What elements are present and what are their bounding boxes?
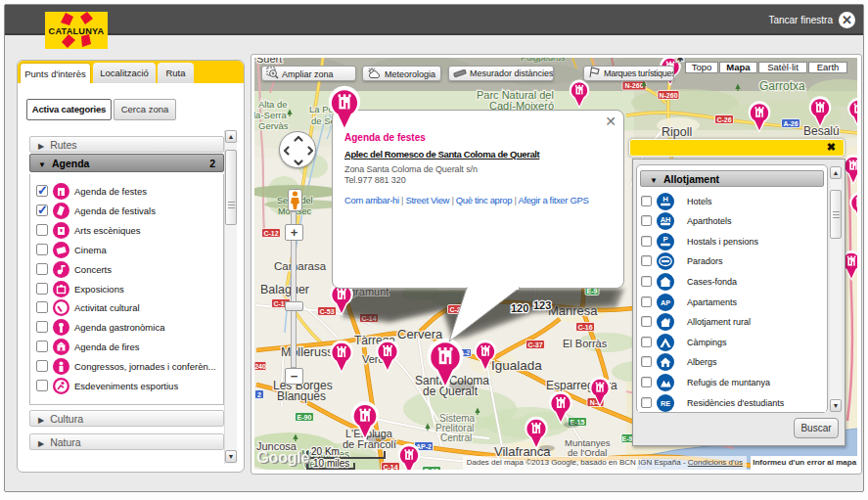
svg-text:Cervera: Cervera (397, 327, 443, 341)
svg-text:E-90: E-90 (297, 414, 312, 421)
svg-text:Igualada: Igualada (491, 358, 542, 373)
svg-text:Ripoll: Ripoll (662, 125, 692, 139)
svg-text:E-90: E-90 (425, 468, 439, 470)
svg-text:20 Km: 20 Km (311, 446, 340, 457)
svg-text:Camarasa: Camarasa (274, 260, 327, 272)
svg-text:Balaguer: Balaguer (260, 283, 309, 296)
svg-text:240: 240 (254, 363, 266, 370)
svg-text:AP: AP (661, 297, 670, 306)
svg-text:Google: Google (256, 448, 309, 466)
svg-text:N-260: N-260 (659, 92, 677, 99)
svg-text:Alta de: Alta de (258, 99, 288, 110)
svg-text:P: P (662, 235, 667, 244)
svg-text:C-25: C-25 (449, 306, 464, 313)
svg-text:la-Serra: la-Serra (254, 110, 288, 120)
svg-text:RE: RE (661, 398, 670, 407)
svg-text:Puigpedrós: Puigpedrós (521, 58, 566, 63)
svg-text:C-14: C-14 (383, 464, 397, 470)
svg-text:10 miles: 10 miles (313, 458, 349, 469)
svg-text:AH: AH (661, 215, 671, 224)
svg-text:C-53: C-53 (319, 308, 334, 315)
svg-text:Besalú: Besalú (803, 124, 840, 138)
svg-text:Suert: Suert (256, 58, 282, 65)
svg-text:A-26: A-26 (783, 120, 798, 127)
svg-text:E-9: E-9 (587, 288, 598, 295)
svg-text:Blanques: Blanques (277, 389, 326, 403)
svg-text:E-9: E-9 (622, 435, 633, 442)
svg-text:Gervàs: Gervàs (258, 120, 289, 131)
svg-text:C-16: C-16 (577, 324, 592, 331)
svg-text:123: 123 (533, 299, 551, 311)
svg-text:C-26: C-26 (716, 116, 731, 123)
svg-text:C-37: C-37 (527, 341, 542, 348)
svg-text:C-12: C-12 (263, 230, 278, 237)
svg-text:CATALUNYA: CATALUNYA (49, 26, 105, 36)
svg-text:H: H (662, 195, 668, 204)
svg-text:Garrotxa: Garrotxa (759, 79, 805, 93)
svg-text:2: 2 (257, 391, 261, 398)
svg-text:120: 120 (511, 302, 528, 314)
svg-text:N-260: N-260 (624, 82, 643, 89)
svg-text:El Borràs: El Borràs (563, 338, 608, 349)
svg-text:✱: ✱ (676, 58, 684, 64)
svg-text:Central: Central (440, 432, 472, 443)
